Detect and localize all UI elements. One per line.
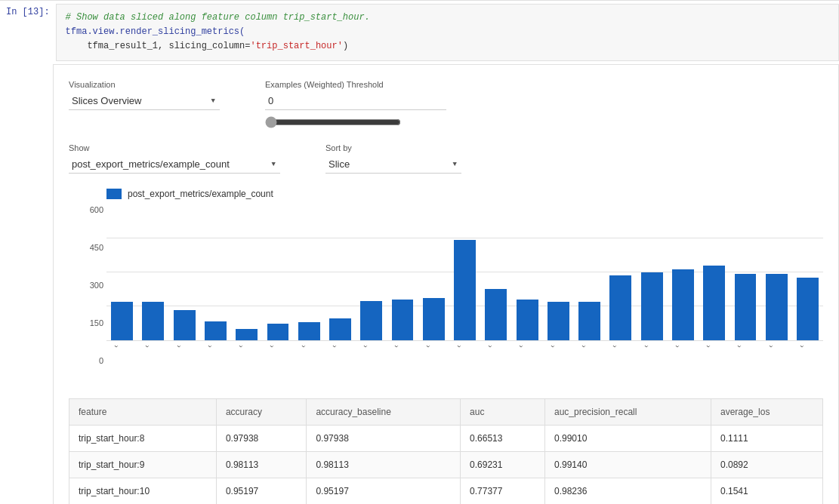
- sortby-group: Sort by Slice Metric Value: [325, 143, 461, 174]
- bar-wrapper: [543, 205, 574, 340]
- bar-wrapper: [637, 205, 668, 340]
- bar: [735, 274, 757, 340]
- bar-wrapper: [699, 205, 729, 340]
- table-cell-5: 0.0892: [711, 451, 823, 478]
- threshold-group: Examples (Weighted) Threshold: [265, 80, 446, 128]
- bar: [454, 240, 476, 340]
- bar: [392, 300, 414, 340]
- bar: [267, 324, 289, 340]
- bar-wrapper: [511, 205, 542, 340]
- visualization-select-wrapper[interactable]: Slices Overview Metrics Histogram: [69, 92, 220, 110]
- bar-wrapper: [792, 205, 823, 340]
- bar-wrapper: [137, 205, 168, 340]
- code-arg: tfma_result_1, slicing_column='trip_star…: [87, 41, 348, 51]
- code-cell: In [13]: # Show data sliced along featur…: [0, 0, 839, 64]
- table-cell-0: trip_start_hour:8: [69, 425, 217, 451]
- cell-code: # Show data sliced along feature column …: [56, 4, 839, 61]
- y-label-150: 150: [90, 318, 103, 327]
- legend-color-box: [106, 189, 122, 199]
- bar: [641, 272, 663, 340]
- bar-wrapper: [106, 205, 137, 340]
- bar: [423, 298, 445, 340]
- sortby-select-wrapper[interactable]: Slice Metric Value: [325, 155, 461, 174]
- bar: [672, 269, 694, 340]
- bar: [609, 275, 631, 340]
- chart-legend: post_export_metrics/example_count: [76, 189, 823, 199]
- bar-wrapper: [200, 205, 231, 340]
- table-header-row: feature accuracy accuracy_baseline auc a…: [69, 398, 823, 425]
- show-select[interactable]: post_export_metrics/example_count accura…: [69, 155, 280, 174]
- show-select-wrapper[interactable]: post_export_metrics/example_count accura…: [69, 155, 280, 174]
- bar: [236, 329, 258, 340]
- bars-container: trip_s...trip_s...trip_s...trip_s...trip…: [106, 205, 823, 383]
- table-cell-1: 0.98113: [216, 451, 307, 478]
- x-labels-row: trip_s...trip_s...trip_s...trip_s...trip…: [106, 346, 823, 383]
- y-label-300: 300: [90, 281, 103, 290]
- table-cell-5: 0.1541: [711, 478, 823, 504]
- chart-area: post_export_metrics/example_count 600 45…: [69, 189, 823, 383]
- bar-wrapper: [294, 205, 325, 340]
- bar: [205, 321, 227, 340]
- table-row: trip_start_hour:80.979380.979380.665130.…: [69, 425, 823, 451]
- bar-wrapper: [325, 205, 356, 340]
- bar-wrapper: [418, 205, 449, 340]
- legend-text: post_export_metrics/example_count: [128, 189, 273, 199]
- bar-wrapper: [262, 205, 293, 340]
- table-cell-2: 0.95197: [307, 478, 461, 504]
- code-func: tfma.view.render_slicing_metrics(: [66, 26, 245, 37]
- visualization-label: Visualization: [69, 80, 220, 89]
- sortby-select[interactable]: Slice Metric Value: [325, 155, 461, 174]
- top-controls: Visualization Slices Overview Metrics Hi…: [69, 80, 823, 128]
- chart-wrapper: 600 450 300 150 0 trip_s...trip_s...trip…: [76, 205, 823, 383]
- output-area: Visualization Slices Overview Metrics Hi…: [53, 64, 839, 504]
- y-label-600: 600: [90, 205, 103, 214]
- table-cell-4: 0.99010: [545, 425, 711, 451]
- bar: [517, 300, 538, 340]
- table-cell-4: 0.99140: [545, 451, 711, 478]
- y-label-450: 450: [90, 243, 103, 252]
- y-axis: 600 450 300 150 0: [76, 205, 106, 365]
- threshold-input[interactable]: [265, 92, 446, 110]
- table-cell-4: 0.98236: [545, 478, 711, 504]
- bar-wrapper: [605, 205, 636, 340]
- cell-label: In [13]:: [0, 4, 56, 61]
- col-average-loss: average_los: [711, 398, 823, 425]
- table-cell-5: 0.1111: [711, 425, 823, 451]
- bar: [298, 322, 320, 340]
- col-feature: feature: [69, 398, 217, 425]
- bar-wrapper: [729, 205, 760, 340]
- show-label: Show: [69, 143, 280, 152]
- table-cell-1: 0.95197: [216, 478, 307, 504]
- bar: [485, 289, 507, 340]
- bar: [142, 302, 164, 340]
- visualization-group: Visualization Slices Overview Metrics Hi…: [69, 80, 220, 128]
- bar: [797, 278, 819, 340]
- table-row: trip_start_hour:90.981130.981130.692310.…: [69, 451, 823, 478]
- bar: [578, 302, 600, 340]
- table-cell-3: 0.77377: [461, 478, 545, 504]
- bars-row: [106, 205, 823, 341]
- col-auc-precision-recall: auc_precision_recall: [545, 398, 711, 425]
- table-cell-3: 0.66513: [461, 425, 545, 451]
- threshold-slider[interactable]: [265, 116, 401, 128]
- bar-wrapper: [449, 205, 480, 340]
- threshold-label: Examples (Weighted) Threshold: [265, 80, 446, 89]
- table-cell-0: trip_start_hour:9: [69, 451, 217, 478]
- show-group: Show post_export_metrics/example_count a…: [69, 143, 280, 174]
- bar-wrapper: [480, 205, 511, 340]
- bar: [703, 266, 725, 340]
- bar: [548, 302, 569, 340]
- col-accuracy-baseline: accuracy_baseline: [307, 398, 461, 425]
- visualization-select[interactable]: Slices Overview Metrics Histogram: [69, 92, 220, 110]
- code-comment: # Show data sliced along feature column …: [66, 12, 370, 23]
- bar-wrapper: [356, 205, 387, 340]
- table-header: feature accuracy accuracy_baseline auc a…: [69, 398, 823, 425]
- sortby-label: Sort by: [325, 143, 461, 152]
- bottom-controls: Show post_export_metrics/example_count a…: [69, 143, 823, 174]
- bar: [360, 301, 382, 340]
- col-auc: auc: [461, 398, 545, 425]
- data-table: feature accuracy accuracy_baseline auc a…: [69, 398, 823, 504]
- table-cell-1: 0.97938: [216, 425, 307, 451]
- bar: [174, 310, 196, 340]
- bar-wrapper: [387, 205, 418, 340]
